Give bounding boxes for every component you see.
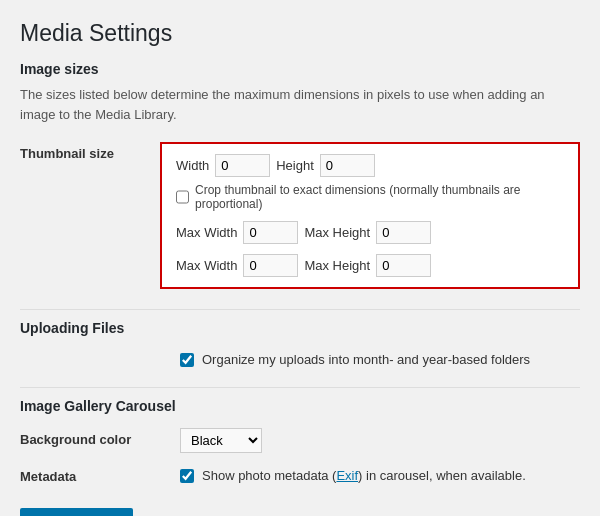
thumb-width-input[interactable] [215,154,270,177]
metadata-row: Show photo metadata (Exif) in carousel, … [180,468,580,483]
gallery-heading: Image Gallery Carousel [20,398,580,414]
medium-height-label: Max Height [304,225,370,240]
organize-label: Organize my uploads into month- and year… [202,352,530,367]
save-changes-button[interactable]: Save Changes [20,508,133,516]
thumb-height-label: Height [276,158,314,173]
image-sizes-heading: Image sizes [20,61,580,77]
bg-color-row: Black White Gray [180,428,580,453]
divider-gallery [20,387,580,388]
metadata-label: Metadata [20,459,180,492]
organize-checkbox[interactable] [180,353,194,367]
metadata-checkbox[interactable] [180,469,194,483]
medium-height-input[interactable] [376,221,431,244]
bg-color-select[interactable]: Black White Gray [180,428,262,453]
thumb-width-label: Width [176,158,209,173]
uploading-table: Organize my uploads into month- and year… [20,344,580,373]
gallery-table: Background color Black White Gray Metada… [20,422,580,492]
image-sizes-table: Thumbnail size Width Height Crop thumbna… [20,136,580,295]
image-sizes-description: The sizes listed below determine the max… [20,85,580,124]
exif-link[interactable]: Exif [336,468,358,483]
bg-color-label: Background color [20,422,180,459]
medium-size-row: Max Width Max Height [176,221,564,244]
thumbnail-size-row: Width Height [176,154,564,177]
large-width-input[interactable] [243,254,298,277]
image-sizes-box: Width Height Crop thumbnail to exact dim… [160,142,580,289]
uploading-heading: Uploading Files [20,320,580,336]
large-width-label: Max Width [176,258,237,273]
crop-checkbox[interactable] [176,190,189,204]
divider-uploading [20,309,580,310]
medium-width-label: Max Width [176,225,237,240]
medium-width-input[interactable] [243,221,298,244]
crop-label: Crop thumbnail to exact dimensions (norm… [195,183,564,211]
page-title: Media Settings [20,20,580,47]
thumbnail-label: Thumbnail size [20,136,160,295]
large-height-label: Max Height [304,258,370,273]
uploading-label-cell [20,344,180,373]
metadata-text: Show photo metadata (Exif) in carousel, … [202,468,526,483]
organize-row: Organize my uploads into month- and year… [180,352,580,367]
thumb-height-input[interactable] [320,154,375,177]
large-height-input[interactable] [376,254,431,277]
crop-row: Crop thumbnail to exact dimensions (norm… [176,183,564,211]
large-size-row: Max Width Max Height [176,254,564,277]
